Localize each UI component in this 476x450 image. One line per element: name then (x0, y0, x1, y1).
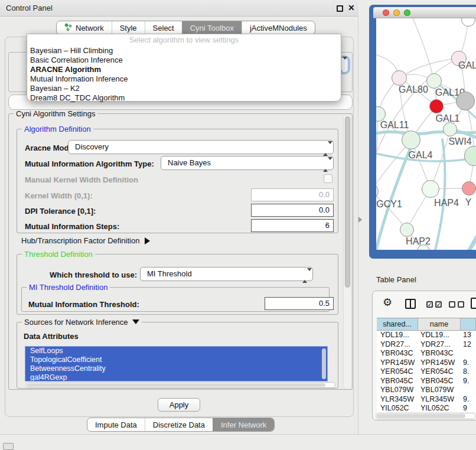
tab-style[interactable]: Style (112, 21, 145, 34)
tab-infer-network[interactable]: Infer Network (213, 418, 274, 431)
cell: 9. (461, 395, 476, 405)
cell: YIL052C (418, 404, 461, 412)
close-window-icon[interactable] (383, 9, 389, 16)
list-item[interactable]: TopologicalCoefficient (25, 356, 327, 364)
cell: YDR27... (418, 340, 461, 350)
network-node[interactable] (462, 181, 476, 195)
settings-scrollbar-thumb[interactable] (345, 116, 350, 288)
cell: 9. (461, 358, 476, 368)
table-row[interactable]: YLR345WYLR345W9. (377, 395, 476, 405)
popup-placeholder: Select algorithm to view settings (27, 35, 341, 44)
popup-item-aracne[interactable]: ARACNE Algorithm (30, 65, 101, 74)
cell: 9 (461, 404, 476, 412)
list-item[interactable]: BetweennessCentrality (25, 364, 327, 373)
sources-hscrollbar-thumb[interactable] (27, 383, 325, 387)
list-item[interactable]: gal4RGexp (25, 373, 327, 381)
minimized-panel-button[interactable] (3, 443, 14, 450)
tab-discretize-data[interactable]: Discretize Data (145, 418, 213, 431)
network-node[interactable] (400, 223, 414, 237)
minimize-window-icon[interactable] (393, 9, 400, 16)
network-canvas[interactable]: GALGAL80GAL10GAL1GAL11SWI4GAL4GCY1HAP4YH… (376, 18, 476, 250)
deselect-all-checkbox-icon[interactable] (458, 301, 464, 308)
function-builder-icon[interactable] (471, 298, 476, 309)
data-attributes-label: Data Attributes (24, 332, 79, 341)
zoom-window-icon[interactable] (404, 9, 410, 16)
table-row[interactable]: YIL052CYIL052C9 (377, 404, 476, 412)
network-node[interactable] (422, 180, 439, 198)
network-node[interactable] (392, 70, 407, 86)
mi-steps-field[interactable]: 6 (251, 219, 334, 232)
float-panel-icon[interactable] (337, 5, 343, 12)
popup-item-dream8[interactable]: Dream8 DC_TDC Algorithm (30, 93, 125, 103)
algorithm-dropdown-popup: Select algorithm to view settings Bayesi… (27, 34, 341, 102)
network-node-label: SWI4 (448, 136, 471, 147)
tab-select[interactable]: Select (145, 21, 182, 34)
which-threshold-combobox[interactable]: MI Threshold (140, 267, 313, 281)
splitter-collapse-arrow[interactable] (358, 217, 362, 223)
cell: YBR043C (418, 349, 461, 358)
tab-impute-data[interactable]: Impute Data (87, 418, 145, 431)
hub-definition-section[interactable]: Hub/Transcription Factor Definition (21, 236, 150, 245)
cell: YIL052C (377, 404, 418, 412)
gear-icon[interactable]: ⚙ (383, 297, 392, 308)
network-node[interactable] (443, 122, 457, 136)
column-header-shared-name[interactable]: shared... (377, 318, 418, 330)
network-node[interactable] (429, 99, 444, 113)
table-hscrollbar[interactable] (376, 413, 476, 419)
list-scrollbar-thumb[interactable] (322, 348, 326, 379)
network-node[interactable] (456, 92, 475, 110)
dpi-tolerance-label: DPI Tolerance [0,1]: (25, 207, 96, 216)
list-item[interactable]: SelfLoops (25, 347, 327, 356)
popup-item-basic-correlation[interactable]: Basic Correlation Inference (30, 56, 123, 65)
tab-network[interactable]: Network (57, 21, 112, 34)
select-all-checkbox-icon[interactable]: ✓ (435, 301, 442, 308)
column-header-partial[interactable] (461, 318, 476, 330)
select-all-checkbox-icon[interactable]: ✓ (426, 301, 433, 308)
popup-item-bayesian-hill-climbing[interactable]: Bayesian – Hill Climbing (30, 46, 113, 56)
cell: YBL079W (377, 386, 418, 395)
table-row[interactable]: YBR043CYBR043C (377, 349, 476, 358)
control-panel-tabbar: Network Style Select Cyni Toolbox jActiv… (56, 21, 315, 35)
stepper-arrows-icon (323, 142, 330, 153)
table-row[interactable]: YDL19...YDL19...13 (377, 331, 476, 340)
network-node[interactable] (426, 73, 442, 89)
tab-cyni-toolbox[interactable]: Cyni Toolbox (182, 21, 242, 34)
table-row[interactable]: YBL079WYBL079W (377, 386, 476, 395)
manual-kernel-width-checkbox[interactable] (324, 174, 332, 183)
network-node[interactable] (402, 131, 420, 149)
settings-scrollbar[interactable] (343, 115, 351, 389)
column-header-name[interactable]: name (418, 318, 461, 330)
tab-jactivemnodules[interactable]: jActiveMNodules (242, 21, 315, 34)
cell: YLR345W (377, 395, 418, 405)
table-row[interactable]: YER054CYER054C8. (377, 367, 476, 377)
network-window-titlebar[interactable] (373, 7, 476, 18)
mi-threshold-field[interactable]: 0.5 (265, 297, 334, 310)
columns-icon[interactable] (405, 299, 416, 309)
data-attributes-list[interactable]: SelfLoops TopologicalCoefficient Between… (25, 346, 328, 381)
deselect-all-checkbox-icon[interactable] (449, 301, 455, 308)
mi-algorithm-type-combobox[interactable]: Naive Bayes (161, 156, 334, 170)
sources-hscrollbar[interactable] (26, 382, 335, 388)
network-node-label: HAP4 (434, 198, 459, 208)
close-panel-icon[interactable]: ✕ (348, 3, 355, 12)
network-node-label: GAL11 (380, 120, 409, 131)
table-row[interactable]: YPR145WYPR145W9. (377, 358, 476, 368)
popup-item-bayesian-k2[interactable]: Bayesian – K2 (30, 84, 80, 93)
table-row[interactable]: YDR27...YDR27...12 (377, 340, 476, 350)
apply-button[interactable]: Apply (158, 398, 200, 412)
table-row[interactable]: YBR045CYBR045C9. (377, 377, 476, 386)
mi-algorithm-type-value: Naive Bayes (168, 158, 211, 167)
tab-cyni-toolbox-label: Cyni Toolbox (190, 24, 234, 32)
control-panel-title: Control Panel (6, 4, 53, 12)
kernel-width-field[interactable]: 0.0 (251, 188, 334, 201)
cyni-bottom-tabbar: Impute Data Discretize Data Infer Networ… (87, 418, 275, 432)
cell: YBR045C (418, 377, 461, 386)
network-node-label: GCY1 (376, 199, 402, 210)
popup-item-mutual-information[interactable]: Mutual Information Inference (30, 74, 128, 84)
collapse-arrow-icon[interactable] (132, 319, 139, 324)
table-panel-title: Table Panel (376, 275, 416, 284)
expand-arrow-icon[interactable] (145, 237, 150, 244)
dpi-tolerance-field[interactable]: 0.0 (251, 204, 334, 217)
table-hscrollbar-thumb[interactable] (377, 414, 465, 418)
aracne-mode-combobox[interactable]: Discovery (68, 140, 334, 154)
